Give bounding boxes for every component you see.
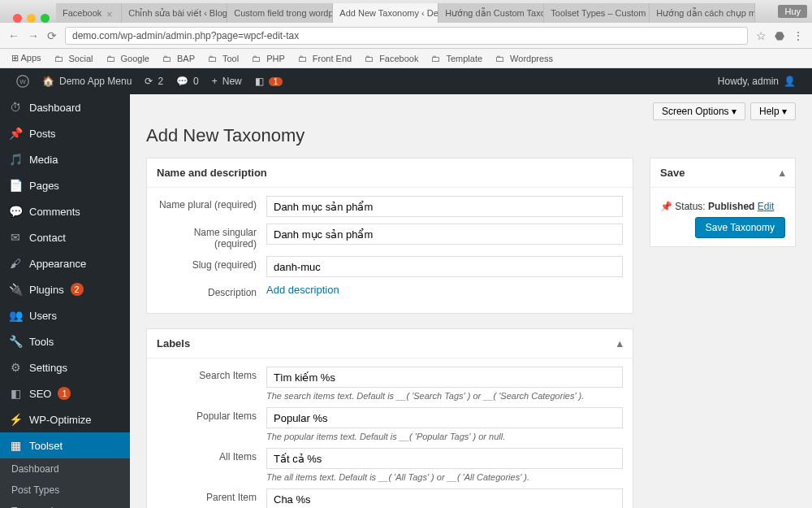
toggle-icon[interactable]: ▴ xyxy=(617,337,623,350)
bookmark-folder[interactable]: 🗀 Social xyxy=(48,54,97,63)
maximize-window-icon[interactable] xyxy=(41,14,50,23)
bookmark-folder[interactable]: 🗀 BAP xyxy=(156,54,198,63)
name-singular-label: Name singular (required) xyxy=(157,224,266,250)
status-value: Published xyxy=(708,201,754,212)
sidebar-item-plugins[interactable]: 🔌Plugins 2 xyxy=(0,276,130,302)
label-input[interactable] xyxy=(266,448,623,469)
wp-logo-icon[interactable]: W xyxy=(10,68,36,94)
forward-icon[interactable]: → xyxy=(28,29,39,42)
screen-options-button[interactable]: Screen Options ▾ xyxy=(653,102,745,120)
browser-tab[interactable]: Hướng dẫn cách chụp màn h× xyxy=(650,3,755,23)
browser-tab[interactable]: Facebook× xyxy=(56,3,122,23)
bookmark-folder[interactable]: 🗀 Google xyxy=(100,54,153,63)
sidebar-item-label: SEO xyxy=(29,388,51,400)
add-description-link[interactable]: Add description xyxy=(266,284,339,296)
back-icon[interactable]: ← xyxy=(8,29,19,42)
save-taxonomy-button[interactable]: Save Taxonomy xyxy=(695,217,785,238)
sidebar-item-wp-optimize[interactable]: ⚡WP-Optimize xyxy=(0,406,130,432)
reload-icon[interactable]: ⟳ xyxy=(47,29,57,42)
settings-icon: ⚙ xyxy=(8,361,23,374)
sidebar-item-label: Appearance xyxy=(29,258,86,270)
new-label: New xyxy=(222,76,242,87)
window-controls[interactable] xyxy=(6,14,56,23)
sidebar-item-settings[interactable]: ⚙Settings xyxy=(0,354,130,380)
bookmark-folder[interactable]: 🗀 Facebook xyxy=(358,54,421,63)
menu-icon[interactable]: ⋮ xyxy=(793,29,804,42)
sidebar-item-dashboard[interactable]: ⏱Dashboard xyxy=(0,94,130,120)
save-heading: Save xyxy=(660,167,685,179)
toggle-icon[interactable]: ▴ xyxy=(780,167,785,179)
browser-tab[interactable]: Custom field trong wordpre× xyxy=(227,3,333,23)
notif-badge: 1 xyxy=(269,77,283,86)
bookmark-folder[interactable]: 🗀 Wordpress xyxy=(489,54,556,63)
url-input[interactable] xyxy=(65,27,748,45)
sidebar-item-pages[interactable]: 📄Pages xyxy=(0,172,130,198)
label-field-label: All Items xyxy=(157,448,266,462)
labels-heading: Labels xyxy=(157,337,190,350)
edit-status-link[interactable]: Edit xyxy=(758,201,775,212)
bookmark-folder[interactable]: 🗀 Tool xyxy=(201,54,242,63)
sidebar-item-seo[interactable]: ◧SEO 1 xyxy=(0,380,130,406)
label-input[interactable] xyxy=(266,367,623,388)
star-icon[interactable]: ☆ xyxy=(756,29,767,42)
help-button[interactable]: Help ▾ xyxy=(750,102,796,120)
comments-count: 0 xyxy=(193,76,199,87)
sidebar-item-label: Toolset xyxy=(29,440,63,452)
sidebar-item-label: Settings xyxy=(29,362,67,374)
sidebar-item-tools[interactable]: 🔧Tools xyxy=(0,328,130,354)
sidebar-subitem[interactable]: Dashboard xyxy=(0,458,130,480)
sidebar-item-toolset[interactable]: ▦Toolset xyxy=(0,432,130,458)
bookmark-folder[interactable]: 🗀 Front End xyxy=(292,54,355,63)
sidebar-subitem[interactable]: Post Types xyxy=(0,480,130,501)
content-area: Screen Options ▾ Help ▾ Add New Taxonomy… xyxy=(130,94,812,508)
brush-icon: 🖌 xyxy=(8,257,23,270)
browser-tab[interactable]: Chỉnh sửa bài viết ‹ Blog Hu× xyxy=(122,3,227,23)
sidebar-item-media[interactable]: 🎵Media xyxy=(0,146,130,172)
sidebar-item-label: Media xyxy=(29,154,58,166)
browser-tab[interactable]: Hướng dẫn Custom Taxono× xyxy=(438,3,544,23)
updates-link[interactable]: ⟳ 2 xyxy=(138,68,170,94)
sidebar-item-posts[interactable]: 📌Posts xyxy=(0,120,130,146)
label-input[interactable] xyxy=(266,407,623,428)
extension-icon[interactable]: ⬣ xyxy=(775,29,784,42)
label-field-label: Search Items xyxy=(157,367,266,381)
close-tab-icon[interactable]: × xyxy=(106,9,114,17)
browser-user-chip[interactable]: Huy xyxy=(778,5,807,18)
label-help-text: The all items text. Default is __( 'All … xyxy=(266,472,623,482)
comments-link[interactable]: 💬 0 xyxy=(170,68,205,94)
browser-tab[interactable]: Add New Taxonomy ‹ Demo× xyxy=(333,3,438,23)
slug-input[interactable] xyxy=(266,256,623,277)
seo-notif[interactable]: ◧ 1 xyxy=(248,68,290,94)
sidebar-item-comments[interactable]: 💬Comments xyxy=(0,198,130,224)
close-window-icon[interactable] xyxy=(13,14,22,23)
howdy-user[interactable]: Howdy, admin 👤 xyxy=(711,76,802,87)
update-badge: 1 xyxy=(58,387,71,400)
name-plural-input[interactable] xyxy=(266,196,623,217)
new-link[interactable]: + New xyxy=(205,68,248,94)
label-input[interactable] xyxy=(266,488,623,508)
tab-label: Hướng dẫn cách chụp màn h xyxy=(656,8,755,19)
sidebar-item-label: Users xyxy=(29,310,57,322)
bookmark-folder[interactable]: 🗀 PHP xyxy=(245,54,288,63)
sidebar-item-appearance[interactable]: 🖌Appearance xyxy=(0,250,130,276)
help-label: Help xyxy=(759,106,780,117)
sidebar-item-contact[interactable]: ✉Contact xyxy=(0,224,130,250)
contact-icon: ✉ xyxy=(8,231,23,244)
update-badge: 2 xyxy=(71,283,84,296)
tab-strip: Facebook×Chỉnh sửa bài viết ‹ Blog Hu×Cu… xyxy=(0,0,812,23)
sidebar-item-users[interactable]: 👥Users xyxy=(0,302,130,328)
sidebar-item-label: WP-Optimize xyxy=(29,414,92,426)
site-name-label: Demo App Menu xyxy=(59,76,132,87)
svg-text:W: W xyxy=(19,78,26,85)
browser-tab[interactable]: Toolset Types – Custom Pos× xyxy=(544,3,650,23)
toolset-icon: ▦ xyxy=(8,439,23,452)
sidebar-subitem[interactable]: Taxonomies xyxy=(0,501,130,508)
site-name[interactable]: 🏠 Demo App Menu xyxy=(36,68,138,94)
bookmarks-bar: ⊞ Apps🗀 Social🗀 Google🗀 BAP🗀 Tool🗀 PHP🗀 … xyxy=(0,49,812,68)
apps-bookmark[interactable]: ⊞ Apps xyxy=(8,53,45,63)
name-singular-input[interactable] xyxy=(266,224,623,245)
minimize-window-icon[interactable] xyxy=(27,14,36,23)
status-label: Status: xyxy=(675,201,705,212)
browser-chrome: Facebook×Chỉnh sửa bài viết ‹ Blog Hu×Cu… xyxy=(0,0,812,49)
bookmark-folder[interactable]: 🗀 Template xyxy=(425,54,486,63)
